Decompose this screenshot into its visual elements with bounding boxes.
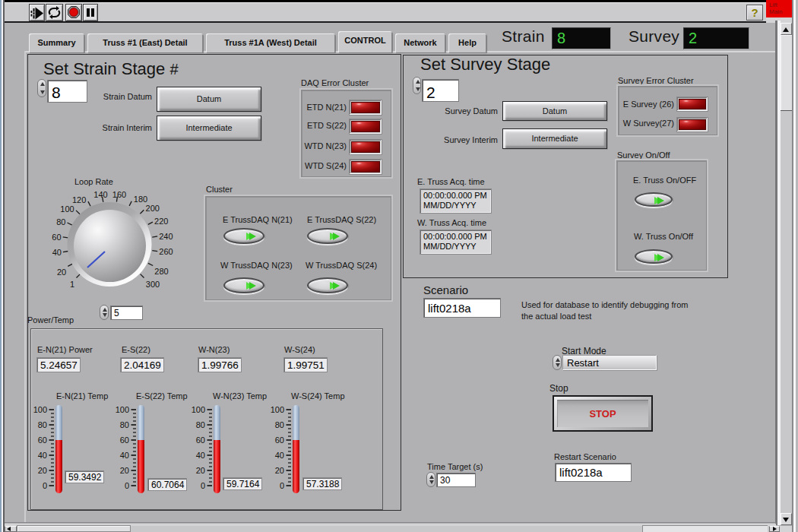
svg-text:260: 260	[159, 247, 173, 256]
svg-text:240: 240	[159, 232, 173, 241]
svg-text:80: 80	[56, 217, 65, 226]
svg-text:160: 160	[112, 190, 126, 199]
svg-text:60: 60	[52, 233, 61, 242]
svg-text:300: 300	[146, 280, 160, 289]
svg-text:280: 280	[154, 267, 168, 276]
svg-text:40: 40	[52, 248, 62, 257]
svg-text:1: 1	[70, 280, 74, 289]
svg-text:100: 100	[60, 204, 74, 214]
svg-text:120: 120	[72, 195, 86, 204]
svg-text:180: 180	[134, 195, 147, 204]
svg-text:200: 200	[146, 204, 160, 213]
svg-text:220: 220	[154, 217, 168, 226]
svg-text:140: 140	[93, 190, 107, 199]
svg-text:20: 20	[57, 268, 66, 277]
